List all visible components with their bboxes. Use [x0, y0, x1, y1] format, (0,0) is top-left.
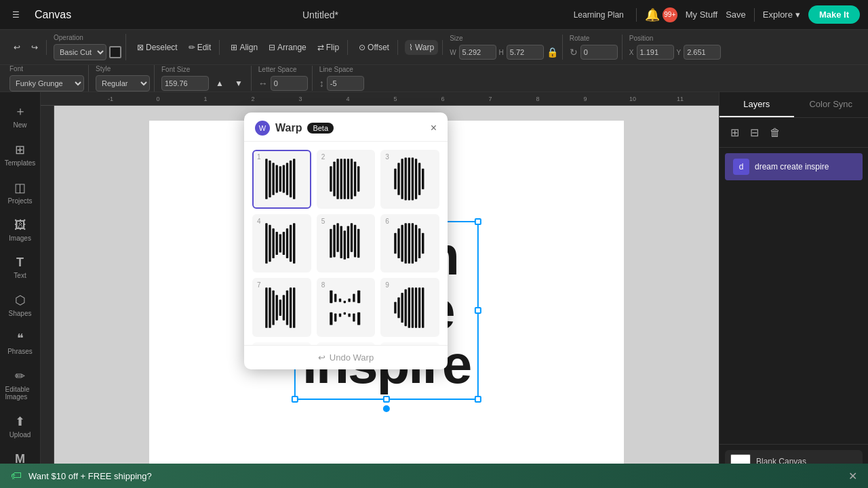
layer-item[interactable]: d dream create inspire	[725, 153, 863, 180]
warp-item-3[interactable]: 3	[380, 150, 439, 209]
undo-warp-button[interactable]: ↩ Undo Warp	[318, 352, 374, 363]
explore-button[interactable]: Explore ▾	[763, 9, 800, 20]
line-space-input[interactable]	[327, 76, 364, 91]
warp-item-11[interactable]: 11	[317, 342, 376, 345]
explore-label: Explore	[763, 9, 793, 20]
my-stuff-button[interactable]: My Stuff	[686, 9, 717, 20]
flip-button[interactable]: ⇄ Flip	[313, 40, 343, 55]
ruler-tick: 3	[277, 96, 324, 102]
svg-rect-57	[276, 295, 278, 320]
svg-rect-63	[330, 290, 332, 303]
notification-area: 🔔 99+	[645, 7, 677, 22]
undo-button[interactable]: ↩	[9, 40, 24, 55]
warp-item-5[interactable]: 5	[317, 214, 376, 273]
warp-icon: ⌇	[409, 43, 413, 52]
group-button[interactable]: ⊞	[728, 123, 742, 142]
rotate-input[interactable]	[580, 45, 618, 60]
warp-item-8[interactable]: 8	[317, 278, 376, 337]
ruler-ticks: -1 0 1 2 3 4 5 6 7 8 9 10 11 12	[81, 92, 719, 106]
warp-item-2[interactable]: 2	[317, 150, 376, 209]
font-size-down[interactable]: ▼	[231, 76, 247, 91]
font-size-input[interactable]	[161, 76, 209, 91]
font-toolbar: Font Funky Grunge Style Regular Font Siz…	[0, 65, 868, 92]
learning-plan-button[interactable]: Learning Plan	[570, 7, 628, 22]
letter-space-input[interactable]	[271, 76, 308, 91]
warp-item-9[interactable]: 9	[380, 278, 439, 337]
canvas-area[interactable]: -1 0 1 2 3 4 5 6 7 8 9 10 11 12 5	[41, 92, 719, 488]
delete-button[interactable]: 🗑	[767, 124, 783, 142]
sidebar-item-text[interactable]: T Text	[3, 250, 38, 285]
warp-item-1[interactable]: 1	[252, 150, 311, 209]
handle-br[interactable]	[475, 396, 481, 403]
hamburger-menu[interactable]: ☰	[8, 7, 24, 22]
svg-rect-52	[418, 228, 420, 258]
w-label: W	[450, 49, 456, 56]
svg-rect-39	[340, 226, 342, 259]
sidebar-item-upload[interactable]: ⬆ Upload	[3, 409, 38, 444]
svg-rect-7	[290, 161, 292, 197]
svg-rect-84	[418, 287, 420, 328]
handle-tr[interactable]	[475, 218, 481, 225]
warp-grid: 1	[244, 142, 448, 345]
font-size-up[interactable]: ▲	[212, 76, 228, 91]
arrange-button[interactable]: ⊟ Arrange	[264, 40, 311, 55]
font-select[interactable]: Funky Grunge	[9, 75, 84, 92]
color-swatch[interactable]	[109, 46, 121, 58]
y-input[interactable]	[684, 45, 721, 60]
warp-item-4[interactable]: 4	[252, 214, 311, 273]
sidebar-item-images[interactable]: 🖼 Images	[3, 213, 38, 247]
ruler-tick: 1	[182, 96, 229, 102]
warp-close-button[interactable]: ×	[431, 122, 437, 134]
sidebar-item-templates[interactable]: ⊞ Templates	[3, 137, 38, 172]
rotate-icon[interactable]: ↻	[570, 47, 578, 58]
flip-label: Flip	[326, 43, 339, 52]
chevron-down-icon: ▾	[795, 9, 800, 20]
x-input[interactable]	[637, 45, 674, 60]
handle-bm[interactable]	[383, 396, 390, 403]
sidebar-item-phrases[interactable]: ❝ Phrases	[3, 325, 38, 361]
notification-close-button[interactable]: ✕	[848, 470, 857, 483]
redo-button[interactable]: ↪	[27, 40, 42, 55]
lock-icon[interactable]: 🔒	[547, 47, 558, 58]
svg-rect-13	[344, 159, 346, 200]
edit-button[interactable]: ✏ Edit	[184, 40, 216, 55]
svg-rect-34	[290, 225, 292, 262]
warp-item-12[interactable]: 12	[380, 342, 439, 345]
right-tabs: Layers Color Sync	[719, 92, 868, 118]
sidebar-item-images-label: Images	[9, 235, 31, 242]
sidebar-item-shapes[interactable]: ⬡ Shapes	[3, 287, 38, 323]
sidebar-item-new[interactable]: ＋ New	[3, 98, 38, 134]
save-button[interactable]: Save	[726, 9, 746, 20]
handle-mr[interactable]	[475, 307, 481, 314]
make-it-button[interactable]: Make It	[808, 5, 860, 24]
beta-badge: Beta	[307, 123, 334, 134]
tab-layers[interactable]: Layers	[719, 92, 794, 117]
deselect-button[interactable]: ⊠ Deselect	[133, 40, 182, 55]
svg-rect-1	[269, 161, 271, 197]
phrases-icon: ❝	[17, 331, 24, 346]
svg-rect-16	[354, 162, 356, 197]
height-input[interactable]	[507, 45, 544, 60]
offset-button[interactable]: ⊙ Offset	[355, 40, 393, 55]
warp-item-6[interactable]: 6	[380, 214, 439, 273]
warp-item-7[interactable]: 7	[252, 278, 311, 337]
undo-redo-group: ↩ ↪	[5, 40, 47, 55]
sidebar-item-editable-images[interactable]: ✏ Editable Images	[3, 363, 38, 406]
ruler-tick: 8	[514, 96, 561, 102]
warp-item-10[interactable]: 10	[252, 342, 311, 345]
bell-icon[interactable]: 🔔	[645, 7, 660, 22]
svg-rect-10	[333, 162, 335, 197]
svg-rect-43	[354, 225, 356, 258]
style-select[interactable]: Regular	[96, 75, 150, 92]
ungroup-button[interactable]: ⊟	[747, 123, 762, 142]
warp-button[interactable]: ⌇ Warp	[405, 40, 438, 55]
warp-shape-6	[386, 218, 434, 269]
width-input[interactable]	[459, 45, 496, 60]
align-button[interactable]: ⊞ Align	[226, 40, 262, 55]
operation-select[interactable]: Basic Cut	[54, 44, 106, 60]
handle-bl[interactable]	[292, 396, 298, 403]
tab-color-sync[interactable]: Color Sync	[794, 92, 869, 117]
warp-shape-9	[386, 282, 434, 333]
sidebar-item-projects[interactable]: ◫ Projects	[3, 175, 38, 210]
rotate-handle[interactable]	[383, 405, 390, 412]
